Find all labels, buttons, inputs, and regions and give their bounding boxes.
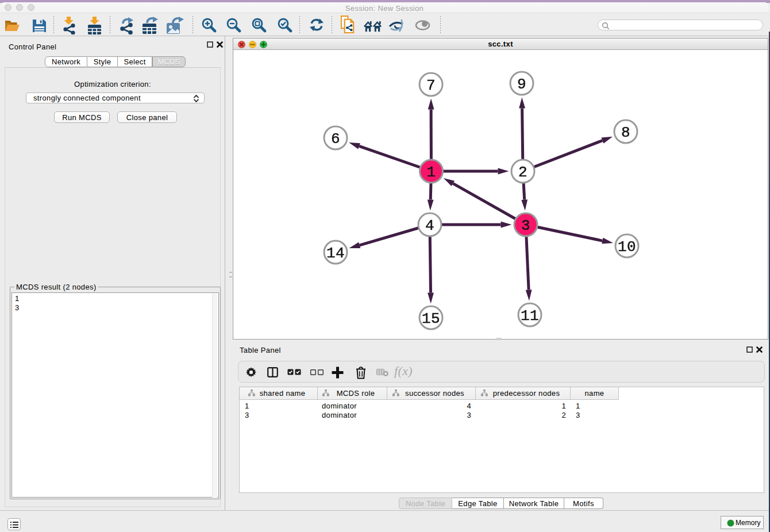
svg-text:7: 7 [426,77,436,94]
svg-text:4: 4 [425,217,434,234]
svg-text:6: 6 [331,130,340,148]
svg-text:1: 1 [427,164,436,181]
svg-text:11: 11 [521,307,539,325]
svg-text:8: 8 [621,124,630,141]
svg-text:3: 3 [521,217,530,234]
svg-text:10: 10 [618,238,636,256]
svg-text:15: 15 [422,310,440,327]
svg-text:2: 2 [518,164,528,181]
svg-text:14: 14 [326,245,345,262]
svg-text:9: 9 [517,76,526,93]
